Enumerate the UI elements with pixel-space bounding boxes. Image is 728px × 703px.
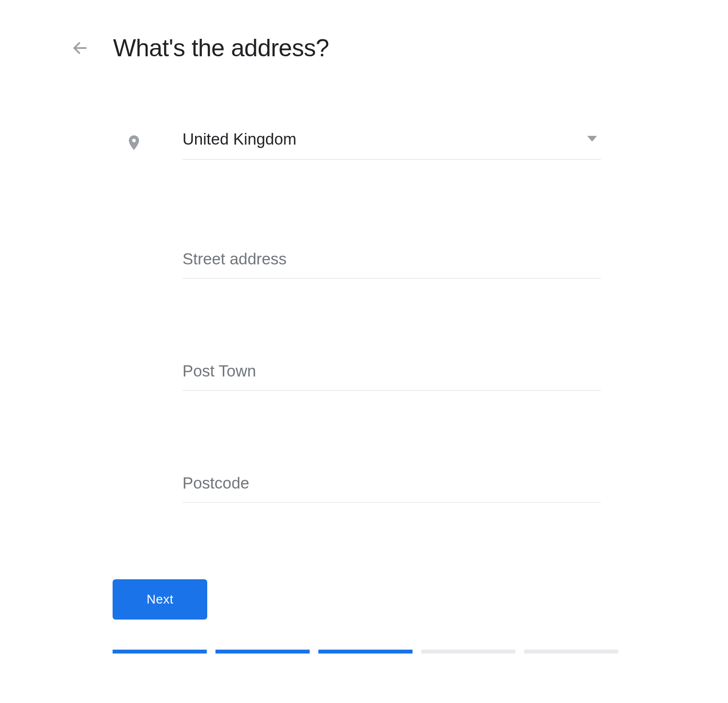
progress-indicator (113, 650, 728, 654)
next-button[interactable]: Next (113, 579, 207, 620)
postcode-input[interactable] (182, 471, 601, 503)
form-row: United Kingdom (125, 130, 728, 503)
location-icon-wrap (125, 130, 145, 155)
location-pin-icon (125, 132, 143, 153)
address-form: United Kingdom (0, 130, 728, 503)
street-address-input[interactable] (182, 247, 601, 278)
back-button[interactable] (70, 38, 90, 58)
page-header: What's the address? (0, 34, 728, 62)
progress-step-3 (318, 650, 413, 654)
address-form-page: What's the address? United Kingdom (0, 0, 728, 654)
country-select-value: United Kingdom (182, 130, 297, 148)
fields-column: United Kingdom (182, 130, 601, 503)
page-title: What's the address? (113, 34, 329, 62)
post-town-input[interactable] (182, 359, 601, 391)
chevron-down-icon (587, 135, 597, 144)
progress-step-1 (113, 650, 207, 654)
progress-step-2 (215, 650, 310, 654)
country-select[interactable]: United Kingdom (182, 130, 601, 160)
progress-step-4 (421, 650, 515, 654)
arrow-left-icon (71, 39, 89, 57)
progress-step-5 (524, 650, 618, 654)
